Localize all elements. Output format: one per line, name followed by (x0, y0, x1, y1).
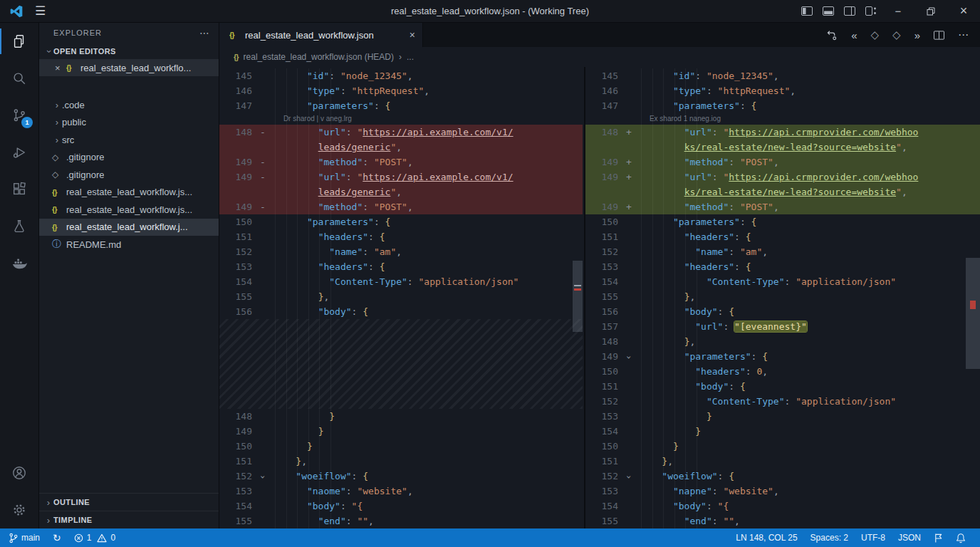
last-change-icon[interactable]: » (914, 29, 920, 41)
toggle-primary-sidebar-icon[interactable] (796, 0, 818, 22)
encoding-setting[interactable]: UTF-8 (855, 533, 892, 543)
scrollbar-slider[interactable] (573, 261, 583, 332)
code-line[interactable]: 148+ "url": "https://api.crmprovider.com… (585, 125, 980, 140)
breadcrumb-file[interactable]: real_estate_lead_workflow.json (HEAD) (244, 52, 394, 62)
code-line[interactable]: 155 "end": "", (585, 514, 980, 528)
file-tree-item[interactable]: {}real_estate_lead_workflow.js... (39, 201, 219, 219)
split-editor-icon[interactable] (934, 31, 944, 40)
sidebar-item-explorer[interactable] (0, 23, 38, 60)
code-line[interactable]: 155 }, (219, 289, 583, 304)
sidebar-item-accounts[interactable] (0, 454, 38, 491)
code-line[interactable]: 152 "name": "am", (585, 244, 980, 259)
code-line[interactable]: 147 "parameters": { (585, 98, 980, 113)
code-line[interactable]: 148 }, (585, 334, 980, 349)
code-line[interactable]: 146 "type": "httpRequest", (585, 83, 980, 98)
code-line[interactable]: 154 "body": "{ (585, 499, 980, 514)
code-line[interactable]: 147 "parameters": { (219, 98, 583, 113)
branch-indicator[interactable]: main (0, 528, 46, 547)
code-line[interactable]: 151 "body": { (585, 379, 980, 394)
code-line[interactable]: 154 } (585, 424, 980, 439)
file-tree-item[interactable]: ›.code (39, 96, 219, 114)
file-tree-item[interactable]: ⓘREADME.md (39, 236, 219, 254)
code-line[interactable]: 154 "Content-Type": "application/json" (219, 274, 583, 289)
customize-layout-icon[interactable] (860, 0, 882, 22)
code-line[interactable]: 149› "parameters": { (585, 349, 980, 364)
code-line[interactable]: leads/generic", (219, 140, 583, 155)
indentation-setting[interactable]: Spaces: 2 (804, 533, 855, 543)
sidebar-item-extensions[interactable] (0, 171, 38, 208)
more-actions-icon[interactable]: ⋯ (958, 28, 969, 41)
sidebar-item-testing[interactable] (0, 208, 38, 245)
code-line[interactable]: 153 "naome": "website", (219, 484, 583, 499)
code-line[interactable]: 149+ "url": "https://api.crmprovider.com… (585, 170, 980, 184)
code-line[interactable]: 151 "headers": { (219, 229, 583, 244)
code-line[interactable]: 154 "Content-Type": "application/json" (585, 274, 980, 289)
code-line[interactable]: 149- "method": "POST", (219, 199, 583, 214)
file-tree-item[interactable]: ›public (39, 114, 219, 132)
sidebar-item-docker[interactable] (0, 245, 38, 282)
code-line[interactable]: 152 "name": "am", (219, 244, 583, 259)
code-line[interactable]: 150 } (585, 439, 980, 454)
cursor-position[interactable]: LN 148, COL 25 (729, 533, 803, 543)
code-line[interactable]: leads/generic", (219, 184, 583, 199)
minimize-button[interactable]: − (882, 0, 914, 22)
notifications-button[interactable] (949, 533, 974, 543)
code-line[interactable]: 151 "headers": { (585, 229, 980, 244)
code-line[interactable]: 150 "headers": 0, (585, 364, 980, 379)
code-line[interactable]: 152› "woeiflow": { (585, 469, 980, 484)
code-line[interactable]: 152› "woeiflow": { (219, 469, 583, 484)
sidebar-item-source-control[interactable]: 1 (0, 97, 38, 134)
tab-real-estate-lead-workflow[interactable]: {} real_estate_lead_workflow.json × (219, 23, 423, 47)
breadcrumb-more[interactable]: ... (407, 52, 414, 62)
close-editor-icon[interactable]: × (55, 63, 66, 73)
code-line[interactable]: 153 "headers": { (219, 259, 583, 274)
sidebar-item-search[interactable] (0, 60, 38, 97)
toggle-panel-icon[interactable] (818, 0, 839, 22)
breadcrumb[interactable]: {} real_estate_lead_workflow.json (HEAD)… (219, 47, 980, 67)
code-line[interactable]: 151 }, (219, 454, 583, 469)
code-line[interactable]: 151 }, (585, 454, 980, 469)
code-line[interactable]: 157 "url": "[eveannest}" (585, 319, 980, 334)
open-editors-section[interactable]: › OPEN EDITORS (39, 43, 219, 59)
inline-hint[interactable]: Ex sharod 1 naneg.iog (585, 113, 980, 125)
code-line[interactable]: 154 "body": "{ (219, 499, 583, 514)
timeline-section[interactable]: › TIMPLINE (39, 511, 219, 528)
code-line[interactable]: 153 "napne": "website", (585, 484, 980, 499)
open-changes-icon[interactable] (825, 29, 838, 41)
open-editor-entry[interactable]: × {} real_estate_lead_workflo... (39, 59, 219, 76)
code-line[interactable]: 150 "parameters": { (219, 214, 583, 229)
code-line[interactable]: 149- "url": "https://api.example.com/v1/ (219, 170, 583, 184)
code-line[interactable]: 150 "parameters": { (585, 214, 980, 229)
scrollbar-slider[interactable] (966, 258, 980, 369)
next-change-icon[interactable]: ◇ (892, 28, 901, 41)
toggle-secondary-sidebar-icon[interactable] (839, 0, 860, 22)
hamburger-menu-icon[interactable]: ☰ (35, 4, 46, 19)
language-mode[interactable]: JSON (892, 533, 927, 543)
code-line[interactable]: 145 "id": "node_12345", (585, 68, 980, 83)
code-line[interactable]: 148- "url": "https://api.example.com/v1/ (219, 125, 583, 140)
code-line[interactable]: 149+ "method": "POST", (585, 199, 980, 214)
code-line[interactable]: 152 "Content-Type": "application/json" (585, 394, 980, 409)
outline-section[interactable]: › OUTLINE (39, 493, 219, 511)
close-button[interactable]: × (947, 0, 980, 22)
code-line[interactable]: ks/real-estate/new-lead?source=website", (585, 140, 980, 155)
explorer-more-actions-icon[interactable]: ⋯ (199, 27, 210, 38)
file-tree-item[interactable]: ›src (39, 131, 219, 149)
code-line[interactable]: 153 "headers": { (585, 259, 980, 274)
code-line[interactable]: 149+ "method": "POST", (585, 155, 980, 170)
code-line[interactable]: 156 "body": { (219, 304, 583, 319)
sidebar-item-settings[interactable] (0, 491, 38, 528)
sync-button[interactable]: ↻ (46, 528, 68, 547)
code-line[interactable]: 149- "method": "POST", (219, 155, 583, 170)
first-change-icon[interactable]: « (851, 29, 857, 41)
code-line[interactable]: 146 "type": "httpRequest", (219, 83, 583, 98)
file-tree-item[interactable]: {}real_estate_lead_workflow.js... (39, 184, 219, 202)
feedback-button[interactable] (927, 533, 949, 543)
inline-hint[interactable]: Dr sharod | v aneg.lrg (219, 113, 583, 125)
sidebar-item-run-debug[interactable] (0, 134, 38, 171)
file-tree-item[interactable]: ◇.gitignore (39, 149, 219, 167)
code-line[interactable]: 155 }, (585, 289, 980, 304)
previous-change-icon[interactable]: ◇ (871, 28, 880, 41)
restore-button[interactable] (914, 0, 947, 22)
file-tree-item[interactable]: {}real_estate_lead_workflow.j... (39, 219, 219, 236)
